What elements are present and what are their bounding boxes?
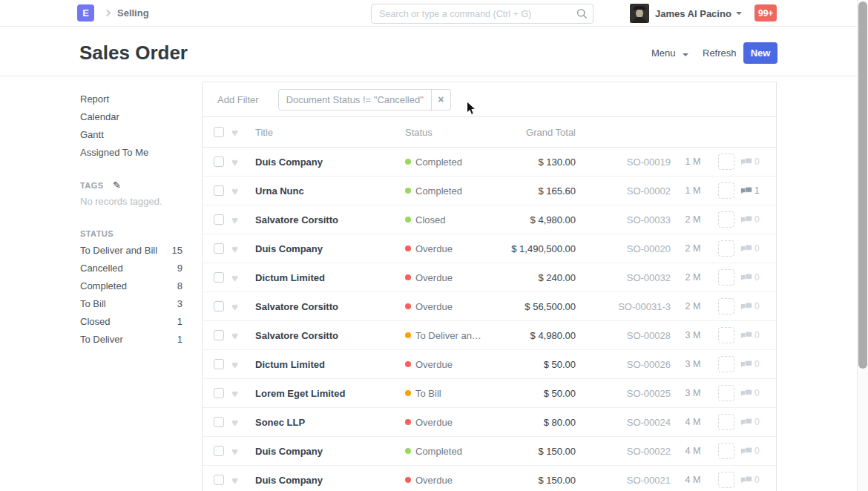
like-heart-icon[interactable]: ♥ — [231, 156, 255, 168]
assignee-placeholder[interactable] — [718, 182, 734, 199]
table-row[interactable]: ♥ Duis Company Completed $ 130.00 SO-000… — [203, 148, 776, 177]
new-button[interactable]: New — [743, 42, 777, 64]
row-document-id[interactable]: SO-00021 — [576, 475, 671, 486]
table-row[interactable]: ♥ Duis Company Completed $ 150.00 SO-000… — [203, 437, 776, 466]
like-heart-icon[interactable]: ♥ — [231, 474, 255, 487]
add-filter-button[interactable]: Add Filter — [217, 94, 259, 105]
row-document-id[interactable]: SO-00025 — [576, 388, 671, 399]
comments-indicator[interactable]: 0 — [740, 446, 776, 456]
assignee-placeholder[interactable] — [718, 327, 734, 343]
comments-indicator[interactable]: 0 — [740, 475, 776, 485]
active-filter-chip[interactable]: Document Status != "Cancelled" × — [278, 89, 451, 111]
row-checkbox[interactable] — [214, 330, 224, 340]
row-checkbox[interactable] — [214, 446, 224, 456]
row-checkbox[interactable] — [214, 272, 224, 283]
row-title[interactable]: Duis Company — [255, 156, 405, 168]
row-checkbox[interactable] — [214, 301, 224, 312]
row-checkbox[interactable] — [214, 475, 224, 485]
like-heart-icon[interactable]: ♥ — [231, 416, 255, 429]
app-logo[interactable]: E — [77, 4, 94, 22]
comments-indicator[interactable]: 0 — [740, 301, 776, 312]
sidebar-link[interactable]: Gantt — [80, 126, 191, 144]
row-checkbox[interactable] — [214, 417, 224, 427]
comments-indicator[interactable]: 0 — [740, 330, 776, 340]
row-checkbox[interactable] — [214, 214, 224, 225]
comments-indicator[interactable]: 1 — [740, 185, 776, 196]
like-heart-icon[interactable]: ♥ — [231, 185, 255, 197]
like-heart-icon[interactable]: ♥ — [231, 300, 255, 313]
row-document-id[interactable]: SO-00002 — [576, 185, 671, 197]
row-document-id[interactable]: SO-00019 — [576, 156, 671, 168]
row-document-id[interactable]: SO-00028 — [576, 330, 671, 341]
row-title[interactable]: Lorem Eget Limited — [255, 388, 405, 399]
row-checkbox[interactable] — [214, 156, 224, 167]
comments-indicator[interactable]: 0 — [740, 156, 776, 167]
edit-tags-icon[interactable]: ✎ — [113, 179, 121, 191]
like-heart-icon[interactable]: ♥ — [231, 214, 255, 226]
table-row[interactable]: ♥ Urna Nunc Completed $ 165.60 SO-00002 … — [203, 177, 776, 205]
row-document-id[interactable]: SO-00033 — [576, 214, 671, 225]
row-title[interactable]: Urna Nunc — [255, 185, 405, 197]
table-row[interactable]: ♥ Lorem Eget Limited To Bill $ 50.00 SO-… — [203, 379, 776, 408]
assignee-placeholder[interactable] — [718, 240, 734, 257]
column-title[interactable]: Title — [255, 127, 405, 138]
assignee-placeholder[interactable] — [718, 211, 734, 228]
row-checkbox[interactable] — [214, 185, 224, 196]
menu-button[interactable]: Menu — [651, 47, 688, 59]
assignee-placeholder[interactable] — [718, 385, 734, 401]
comments-indicator[interactable]: 0 — [740, 388, 776, 398]
comments-indicator[interactable]: 0 — [740, 417, 776, 427]
table-row[interactable]: ♥ Duis Company Overdue $ 1,490,500.00 SO… — [203, 234, 776, 263]
row-title[interactable]: Salvatore Corsitto — [255, 301, 405, 312]
comments-indicator[interactable]: 0 — [740, 272, 776, 283]
row-document-id[interactable]: SO-00032 — [576, 272, 671, 283]
row-document-id[interactable]: SO-00024 — [576, 417, 671, 428]
row-title[interactable]: Duis Company — [255, 446, 405, 457]
user-menu[interactable]: James Al Pacino — [630, 4, 742, 23]
table-row[interactable]: ♥ Salvatore Corsitto To Deliver an… $ 4,… — [203, 321, 776, 350]
row-title[interactable]: Duis Company — [255, 243, 405, 254]
row-title[interactable]: Dictum Limited — [255, 272, 405, 283]
row-title[interactable]: Duis Company — [255, 475, 405, 486]
sidebar-status-filter[interactable]: Completed 8 — [80, 277, 183, 295]
scrollbar-thumb[interactable] — [858, 1, 867, 369]
row-title[interactable]: Salvatore Corsitto — [255, 214, 405, 225]
sidebar-link[interactable]: Calendar — [80, 108, 191, 126]
row-document-id[interactable]: SO-00020 — [576, 243, 671, 254]
like-heart-icon[interactable]: ♥ — [231, 445, 255, 458]
sidebar-status-filter[interactable]: Cancelled 9 — [80, 260, 183, 277]
table-row[interactable]: ♥ Sonec LLP Overdue $ 80.00 SO-00024 4 M… — [203, 408, 776, 437]
row-title[interactable]: Sonec LLP — [255, 417, 405, 428]
assignee-placeholder[interactable] — [718, 443, 734, 459]
table-row[interactable]: ♥ Salvatore Corsitto Overdue $ 56,500.00… — [203, 292, 776, 321]
notifications-badge[interactable]: 99+ — [754, 4, 777, 22]
assignee-placeholder[interactable] — [718, 269, 734, 286]
vertical-scrollbar[interactable] — [857, 0, 868, 491]
assignee-placeholder[interactable] — [718, 154, 734, 170]
row-title[interactable]: Dictum Limited — [255, 359, 405, 370]
like-heart-icon[interactable]: ♥ — [231, 243, 255, 255]
assignee-placeholder[interactable] — [718, 414, 734, 430]
table-row[interactable]: ♥ Salvatore Corsitto Closed $ 4,980.00 S… — [203, 205, 776, 234]
row-checkbox[interactable] — [214, 359, 224, 369]
row-title[interactable]: Salvatore Corsitto — [255, 330, 405, 341]
like-heart-icon[interactable]: ♥ — [231, 271, 255, 284]
sidebar-status-filter[interactable]: To Deliver and Bill 15 — [80, 242, 183, 260]
column-status[interactable]: Status — [405, 127, 487, 138]
row-document-id[interactable]: SO-00031-3 — [576, 301, 671, 312]
sidebar-link[interactable]: Report — [80, 90, 191, 108]
sidebar-status-filter[interactable]: To Bill 3 — [80, 295, 183, 313]
search-input[interactable] — [371, 4, 594, 24]
sidebar-link[interactable]: Assigned To Me — [80, 144, 191, 162]
table-row[interactable]: ♥ Duis Company Overdue $ 150.00 SO-00021… — [203, 466, 776, 491]
assignee-placeholder[interactable] — [718, 356, 734, 372]
like-filter-heart-icon[interactable]: ♥ — [231, 126, 255, 139]
table-row[interactable]: ♥ Dictum Limited Overdue $ 50.00 SO-0002… — [203, 350, 776, 379]
assignee-placeholder[interactable] — [718, 472, 734, 488]
column-grand-total[interactable]: Grand Total — [487, 127, 576, 138]
filter-text[interactable]: Document Status != "Cancelled" — [279, 90, 431, 110]
select-all-checkbox[interactable] — [214, 127, 224, 137]
like-heart-icon[interactable]: ♥ — [231, 329, 255, 342]
row-document-id[interactable]: SO-00022 — [576, 446, 671, 457]
comments-indicator[interactable]: 0 — [740, 214, 776, 225]
